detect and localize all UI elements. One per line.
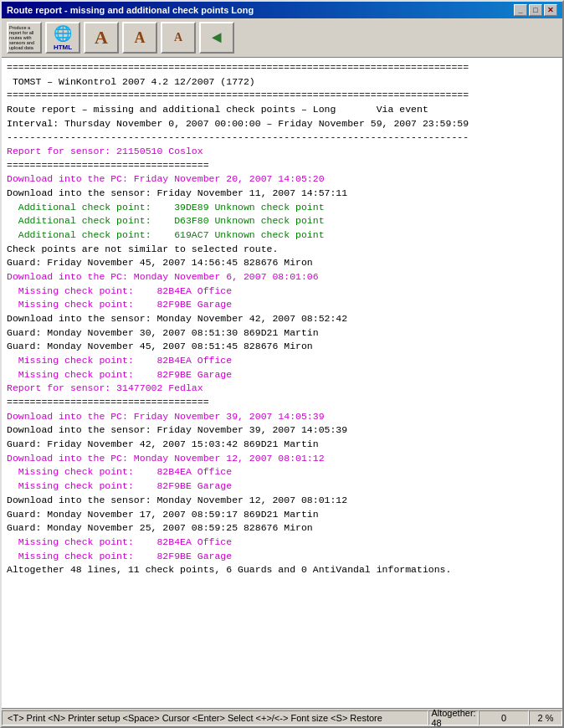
toolbar: Produce areport for allroutes withsensor… (2, 18, 562, 58)
report-line: Download into the PC: Friday November 39… (7, 410, 557, 424)
font-medium-button[interactable]: A (122, 22, 157, 54)
title-bar-buttons: _ □ ✕ (514, 4, 557, 16)
report-line: Missing check point: 82B4EA Office (7, 465, 557, 479)
html-label: HTML (54, 44, 72, 51)
status-percent: 2 % (529, 710, 562, 725)
font-small-button[interactable]: A (161, 22, 196, 54)
report-line: Download into the sensor: Monday Novembe… (7, 494, 557, 508)
status-bar: <T> Print <N> Printer setup <Space> Curs… (2, 708, 562, 726)
status-number: Altogether: 48 (428, 710, 479, 725)
html-button[interactable]: 🌐 HTML (45, 22, 80, 54)
main-window: Route report - missing and additional ch… (0, 0, 564, 728)
report-line: Missing check point: 82F9BE Garage (7, 298, 557, 312)
report-line: Guard: Friday November 45, 2007 14:56:45… (7, 256, 557, 270)
report-line: Missing check point: 82F9BE Garage (7, 368, 557, 382)
report-line: Report for sensor: 31477002 Fedlax (7, 382, 557, 396)
font-large-button[interactable]: A (84, 22, 119, 54)
report-line: TOMST – WinKontrol 2007 4.2 12/2007 (177… (7, 75, 557, 90)
back-icon: ◄ (212, 28, 222, 48)
font-large-icon: A (95, 27, 108, 49)
title-bar: Route report - missing and additional ch… (2, 2, 562, 18)
report-line: Download into the PC: Monday November 12… (7, 452, 557, 466)
report-line: ----------------------------------------… (7, 131, 557, 145)
report-line: Guard: Monday November 25, 2007 08:59:25… (7, 521, 557, 536)
report-line: Download into the sensor: Monday Novembe… (7, 312, 557, 326)
report-line: =================================== (7, 159, 557, 173)
report-line: Route report – missing and additional ch… (7, 103, 557, 117)
content-area: ========================================… (2, 58, 562, 708)
report-line: Guard: Friday November 42, 2007 15:03:42… (7, 438, 557, 452)
minimize-button[interactable]: _ (514, 4, 527, 16)
report-line: Download into the PC: Monday November 6,… (7, 270, 557, 285)
report-line: =================================== (7, 396, 557, 410)
report-line: Missing check point: 82B4EA Office (7, 354, 557, 368)
report-line: Download into the PC: Friday November 20… (7, 172, 557, 187)
report-line: Report for sensor: 21150510 Coslox (7, 145, 557, 159)
report-line: Download into the sensor: Friday Novembe… (7, 187, 557, 201)
font-small-icon: A (174, 31, 182, 44)
print-button[interactable]: Produce areport for allroutes withsensor… (7, 22, 42, 54)
report-line: Missing check point: 82F9BE Garage (7, 550, 557, 564)
report-line: Additional check point: 39DE89 Unknown c… (7, 201, 557, 215)
status-text: <T> Print <N> Printer setup <Space> Curs… (2, 710, 428, 725)
report-line: Guard: Monday November 30, 2007 08:51:30… (7, 326, 557, 341)
report-line: Download into the sensor: Friday Novembe… (7, 423, 557, 438)
report-line: Additional check point: 619AC7 Unknown c… (7, 228, 557, 243)
status-value: 0 (479, 710, 529, 725)
report-line: ========================================… (7, 89, 557, 103)
html-icon: 🌐 (54, 24, 72, 43)
window-title: Route report - missing and additional ch… (7, 5, 254, 15)
report-line: Additional check point: D63F80 Unknown c… (7, 214, 557, 228)
maximize-button[interactable]: □ (529, 4, 542, 16)
report-line: Check points are not similar to selected… (7, 243, 557, 257)
report-line: Missing check point: 82B4EA Office (7, 285, 557, 299)
report-line: ========================================… (7, 61, 557, 75)
report-line: Guard: Monday November 45, 2007 08:51:45… (7, 340, 557, 354)
close-button[interactable]: ✕ (544, 4, 557, 16)
font-medium-icon: A (135, 29, 146, 47)
report-line: Missing check point: 82B4EA Office (7, 536, 557, 550)
report-line: Altogether 48 lines, 11 check points, 6 … (7, 563, 557, 577)
back-button[interactable]: ◄ (199, 22, 234, 54)
report-line: Guard: Monday November 17, 2007 08:59:17… (7, 508, 557, 522)
report-content[interactable]: ========================================… (2, 58, 562, 708)
report-line: Interval: Thursday November 0, 2007 00:0… (7, 117, 557, 131)
report-line: Missing check point: 82F9BE Garage (7, 479, 557, 494)
